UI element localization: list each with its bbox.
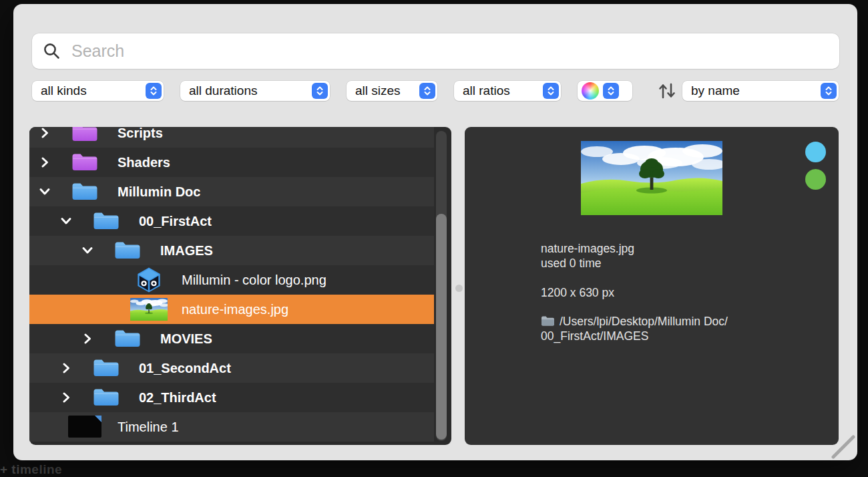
millumin-logo-icon — [135, 266, 163, 297]
folder-icon — [93, 357, 120, 381]
folder-icon — [114, 240, 141, 263]
sort-by-value: by name — [691, 84, 817, 98]
tree-item-timeline-1[interactable]: Timeline 1 — [29, 412, 434, 442]
chevron-right-icon[interactable] — [59, 361, 73, 375]
tree-item-millumin-doc[interactable]: Millumin Doc — [29, 177, 434, 206]
kind-filter-dropdown[interactable]: all kinds — [32, 81, 164, 101]
tree-item-label: Scripts — [118, 127, 163, 148]
tree-item-label: Shaders — [118, 148, 170, 177]
tree-item-label: nature-images.jpg — [182, 295, 288, 324]
preview-panel: nature-images.jpg used 0 time 1200 x 630… — [465, 127, 839, 445]
folder-path-icon — [541, 315, 555, 327]
tree-item-label: 00_FirstAct — [139, 206, 212, 236]
media-tree-panel: Scripts Shaders Millumin Doc 00_FirstAct… — [29, 127, 451, 445]
tree-item-01-secondact[interactable]: 01_SecondAct — [29, 353, 434, 383]
tree-item-images[interactable]: IMAGES — [29, 236, 434, 265]
preview-filename: nature-images.jpg — [541, 241, 634, 256]
tree-item-label: IMAGES — [160, 236, 213, 265]
scrollbar-thumb[interactable] — [436, 214, 447, 440]
tree-item-label: Millumin - color logo.png — [182, 265, 327, 295]
folder-icon — [114, 328, 141, 351]
tree-item-label: MOVIES — [160, 324, 212, 353]
folder-icon — [71, 127, 98, 146]
tree-item-label: 02_ThirdAct — [139, 383, 216, 412]
kind-filter-value: all kinds — [41, 84, 142, 98]
tree-item-nature-images-jpg[interactable]: nature-images.jpg — [29, 295, 434, 324]
color-wheel-icon — [582, 82, 599, 100]
preview-thumbnail — [581, 141, 722, 215]
preview-usage: used 0 time — [541, 256, 601, 271]
panel-splitter-handle[interactable] — [455, 285, 463, 292]
chevron-right-icon[interactable] — [59, 391, 73, 404]
image-thumbnail-icon — [130, 298, 168, 321]
sort-direction-icon — [656, 82, 678, 100]
size-filter-value: all sizes — [355, 84, 415, 98]
preview-dimensions: 1200 x 630 px — [541, 285, 614, 300]
folder-icon — [93, 387, 120, 410]
chevron-down-icon[interactable] — [81, 244, 94, 257]
tree-item-millumin-color-logo-png[interactable]: Millumin - color logo.png — [29, 265, 434, 295]
tree-item-shaders[interactable]: Shaders — [29, 148, 434, 177]
stepper-icon — [821, 83, 837, 99]
tree-item-scripts[interactable]: Scripts — [29, 127, 434, 148]
status-dot-blue — [805, 142, 826, 162]
chevron-down-icon[interactable] — [59, 214, 73, 228]
color-filter-dropdown[interactable] — [578, 81, 632, 101]
search-icon — [43, 42, 61, 60]
chevron-right-icon[interactable] — [38, 127, 51, 140]
background-timeline-label: + timeline — [0, 462, 62, 477]
tree-item-label: 01_SecondAct — [139, 353, 231, 383]
size-filter-dropdown[interactable]: all sizes — [347, 81, 437, 101]
stepper-icon — [146, 83, 162, 99]
chevron-right-icon[interactable] — [81, 332, 94, 345]
chevron-right-icon[interactable] — [38, 156, 51, 169]
preview-path: /Users/lpi/Desktop/Millumin Doc/ 00_Firs… — [541, 314, 835, 343]
tree-item-label: Timeline 1 — [118, 412, 179, 442]
resize-grip-icon[interactable] — [828, 433, 857, 460]
sort-by-dropdown[interactable]: by name — [682, 81, 839, 101]
tree-item-movies[interactable]: MOVIES — [29, 324, 434, 353]
stepper-icon — [543, 83, 559, 99]
stepper-icon — [603, 83, 619, 99]
search-bar[interactable] — [32, 33, 839, 69]
search-input[interactable] — [70, 41, 830, 61]
ratio-filter-value: all ratios — [463, 84, 539, 98]
ratio-filter-dropdown[interactable]: all ratios — [454, 81, 561, 101]
chevron-down-icon[interactable] — [38, 185, 51, 198]
folder-icon — [93, 210, 120, 234]
duration-filter-value: all durations — [189, 84, 308, 98]
stepper-icon — [419, 83, 435, 99]
tree-item-02-thirdact[interactable]: 02_ThirdAct — [29, 383, 434, 412]
preview-path-line2: 00_FirstAct/IMAGES — [541, 329, 648, 343]
timeline-thumbnail-icon — [68, 416, 101, 438]
stepper-icon — [312, 83, 328, 99]
folder-icon — [71, 152, 98, 175]
duration-filter-dropdown[interactable]: all durations — [180, 81, 330, 101]
tree-item-00-firstact[interactable]: 00_FirstAct — [29, 206, 434, 236]
status-dot-green — [805, 169, 826, 190]
preview-path-line1: /Users/lpi/Desktop/Millumin Doc/ — [560, 315, 728, 328]
folder-icon — [71, 181, 98, 204]
scrollbar-track[interactable] — [436, 131, 447, 441]
tree-item-label: Millumin Doc — [118, 177, 200, 206]
